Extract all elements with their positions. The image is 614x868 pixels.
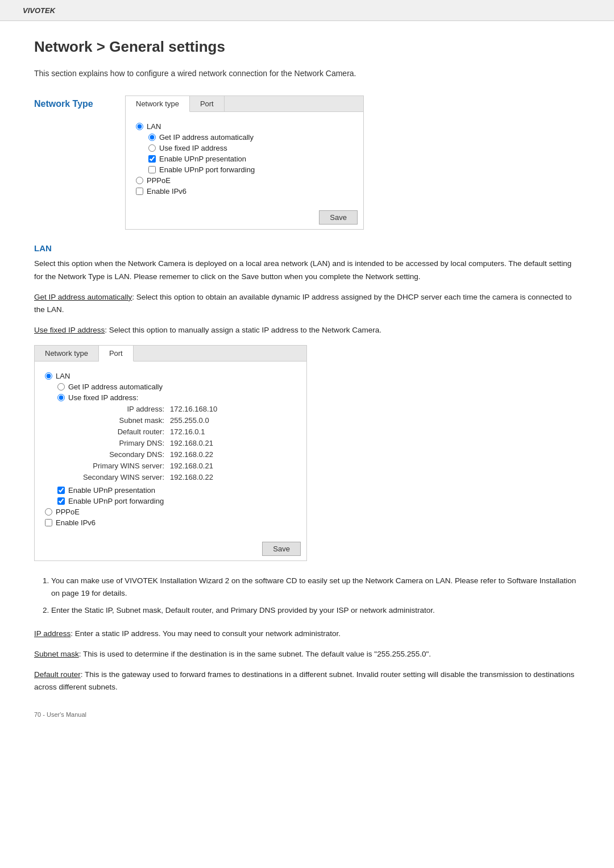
panel2-enable-ipv6-group[interactable]: Enable IPv6: [45, 518, 296, 527]
fixed-ip-link: Use fixed IP address: [34, 326, 105, 334]
lan-radio[interactable]: [136, 123, 143, 130]
fixed-ip-text: Use fixed IP address: Select this option…: [34, 324, 580, 337]
def-router-term: Default router: [34, 670, 81, 679]
brand-logo: VIVOTEK: [23, 6, 55, 15]
page-header: VIVOTEK: [0, 0, 614, 21]
intro-paragraph: This section explains how to configure a…: [34, 67, 580, 80]
field-row-router: Default router: 172.16.0.1: [79, 427, 296, 436]
enable-upnp-presentation-group[interactable]: Enable UPnP presentation: [148, 155, 353, 163]
pppoe-label: PPPoE: [147, 176, 171, 185]
field-row-ip: IP address: 172.16.168.10: [79, 405, 296, 413]
enable-upnp-presentation-checkbox[interactable]: [148, 155, 156, 163]
enable-ipv6-checkbox[interactable]: [136, 188, 143, 195]
field-label-primary-wins: Primary WINS server:: [79, 462, 170, 470]
fixed-ip-text-rest: : Select this option to manually assign …: [105, 326, 381, 334]
panel2-lan-radio[interactable]: [45, 372, 52, 380]
footer-text: 70 - User's Manual: [34, 711, 580, 718]
enable-upnp-forwarding-checkbox[interactable]: [148, 166, 156, 173]
field-row-primary-wins: Primary WINS server: 192.168.0.21: [79, 462, 296, 470]
panel2-use-fixed-ip-label: Use fixed IP address:: [68, 393, 138, 402]
field-value-secondary-dns: 192.168.0.22: [170, 450, 213, 459]
def-subnet-text: This is used to determine if the destina…: [83, 650, 431, 658]
field-value-ip: 172.16.168.10: [170, 405, 217, 413]
field-value-subnet: 255.255.0.0: [170, 416, 209, 425]
use-fixed-ip-radio[interactable]: [148, 144, 156, 152]
panel2-pppoe-label: PPPoE: [56, 508, 80, 516]
field-label-secondary-wins: Secondary WINS server:: [79, 473, 170, 481]
panel2-enable-upnp-forwarding-checkbox[interactable]: [57, 497, 65, 505]
field-label-subnet: Subnet mask:: [79, 416, 170, 425]
panel2-enable-ipv6-label: Enable IPv6: [56, 518, 96, 527]
def-ip-term: IP address: [34, 629, 70, 638]
get-ip-auto-radio[interactable]: [148, 134, 156, 141]
field-value-primary-dns: 192.168.0.21: [170, 439, 213, 447]
pppoe-radio[interactable]: [136, 177, 143, 184]
tab-port[interactable]: Port: [190, 96, 225, 111]
enable-upnp-forwarding-group[interactable]: Enable UPnP port forwarding: [148, 165, 353, 174]
panel2-tabs: Network type Port: [35, 346, 306, 362]
field-row-secondary-wins: Secondary WINS server: 192.168.0.22: [79, 473, 296, 481]
get-ip-text: Get IP address automatically: Select thi…: [34, 291, 580, 317]
save-button-2[interactable]: Save: [262, 542, 301, 556]
list-item-2: Enter the Static IP, Subnet mask, Defaul…: [51, 604, 580, 617]
fixed-ip-panel-section: Network type Port LAN Get IP address aut…: [34, 345, 580, 561]
network-type-panel-2: Network type Port LAN Get IP address aut…: [34, 345, 307, 561]
panel2-get-ip-auto-radio[interactable]: [57, 383, 65, 391]
field-value-router: 172.16.0.1: [170, 427, 205, 436]
use-fixed-ip-label: Use fixed IP address: [159, 144, 227, 152]
panel2-lan-radio-group[interactable]: LAN: [45, 372, 296, 380]
enable-upnp-forwarding-label: Enable UPnP port forwarding: [159, 165, 255, 174]
network-type-label: Network Type: [34, 95, 125, 109]
panel2-get-ip-auto-group[interactable]: Get IP address automatically: [57, 383, 296, 391]
panel2-pppoe-radio[interactable]: [45, 508, 52, 516]
pppoe-radio-group[interactable]: PPPoE: [136, 176, 353, 185]
enable-ipv6-label: Enable IPv6: [147, 187, 186, 196]
get-ip-auto-label: Get IP address automatically: [159, 133, 254, 142]
field-label-primary-dns: Primary DNS:: [79, 439, 170, 447]
definition-ip: IP address: Enter a static IP address. Y…: [34, 628, 580, 640]
list-item-1: You can make use of VIVOTEK Installation…: [51, 575, 580, 600]
field-label-router: Default router:: [79, 427, 170, 436]
panel2-enable-upnp-forwarding-group[interactable]: Enable UPnP port forwarding: [57, 497, 296, 505]
panel2-enable-upnp-presentation-group[interactable]: Enable UPnP presentation: [57, 486, 296, 495]
network-type-section: Network Type Network type Port LAN Get I…: [34, 95, 580, 230]
field-label-secondary-dns: Secondary DNS:: [79, 450, 170, 459]
definition-subnet: Subnet mask: This is used to determine i…: [34, 648, 580, 661]
main-content: Network > General settings This section …: [0, 21, 614, 752]
panel2-lan-label: LAN: [56, 372, 70, 380]
panel2-enable-upnp-forwarding-label: Enable UPnP port forwarding: [68, 497, 164, 505]
panel2-enable-upnp-presentation-label: Enable UPnP presentation: [68, 486, 155, 495]
save-button-1[interactable]: Save: [319, 210, 358, 225]
panel-body: LAN Get IP address automatically Use fix…: [126, 112, 363, 206]
field-row-primary-dns: Primary DNS: 192.168.0.21: [79, 439, 296, 447]
panel2-body: LAN Get IP address automatically Use fix…: [35, 362, 306, 537]
enable-upnp-presentation-label: Enable UPnP presentation: [159, 155, 246, 163]
tab2-port[interactable]: Port: [99, 346, 134, 362]
field-row-subnet: Subnet mask: 255.255.0.0: [79, 416, 296, 425]
panel-tabs: Network type Port: [126, 96, 363, 112]
lan-heading: LAN: [34, 243, 580, 253]
panel2-pppoe-radio-group[interactable]: PPPoE: [45, 508, 296, 516]
panel2-enable-ipv6-checkbox[interactable]: [45, 519, 52, 526]
get-ip-auto-group[interactable]: Get IP address automatically: [148, 133, 353, 142]
panel2-enable-upnp-presentation-checkbox[interactable]: [57, 487, 65, 494]
panel2-use-fixed-ip-radio[interactable]: [57, 394, 65, 401]
lan-text1: Select this option when the Network Came…: [34, 258, 580, 283]
lan-label: LAN: [147, 122, 161, 131]
def-router-colon: :: [81, 670, 85, 679]
def-ip-text: Enter a static IP address. You may need …: [75, 629, 341, 638]
enable-ipv6-group[interactable]: Enable IPv6: [136, 187, 353, 196]
use-fixed-ip-group[interactable]: Use fixed IP address: [148, 144, 353, 152]
def-subnet-colon: :: [79, 650, 83, 658]
panel2-save-row: Save: [35, 537, 306, 560]
def-ip-colon: :: [70, 629, 75, 638]
panel2-use-fixed-ip-group[interactable]: Use fixed IP address:: [57, 393, 296, 402]
field-row-secondary-dns: Secondary DNS: 192.168.0.22: [79, 450, 296, 459]
tab2-network-type[interactable]: Network type: [35, 346, 99, 361]
lan-radio-group[interactable]: LAN: [136, 122, 353, 131]
field-label-ip: IP address:: [79, 405, 170, 413]
definition-router: Default router: This is the gateway used…: [34, 668, 580, 694]
field-value-secondary-wins: 192.168.0.22: [170, 473, 213, 481]
field-value-primary-wins: 192.168.0.21: [170, 462, 213, 470]
tab-network-type[interactable]: Network type: [126, 96, 190, 112]
